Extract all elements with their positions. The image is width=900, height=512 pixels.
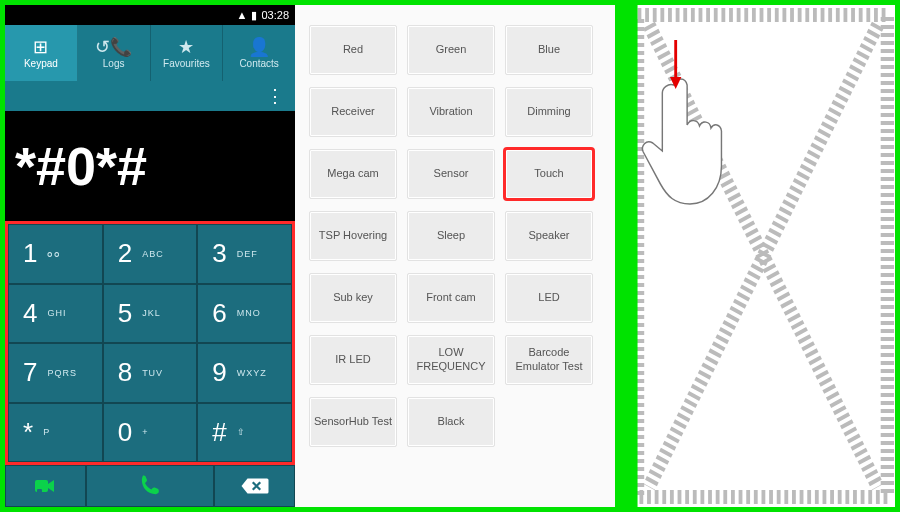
key-digit: 4: [23, 298, 37, 329]
key-subtext: WXYZ: [237, 368, 267, 378]
backspace-button[interactable]: [214, 465, 295, 507]
phone-icon: [136, 472, 164, 500]
key-digit: 8: [118, 357, 132, 388]
key-digit: 1: [23, 238, 37, 269]
test-sleep[interactable]: Sleep: [407, 211, 495, 261]
test-blue[interactable]: Blue: [505, 25, 593, 75]
key-8[interactable]: 8TUV: [103, 343, 198, 403]
key-9[interactable]: 9WXYZ: [197, 343, 292, 403]
test-mega-cam[interactable]: Mega cam: [309, 149, 397, 199]
menu-row: ⋮: [5, 81, 295, 111]
test-receiver[interactable]: Receiver: [309, 87, 397, 137]
test-row: RedGreenBlue: [309, 25, 601, 75]
tab-label: Favourites: [163, 58, 210, 69]
test-sub-key[interactable]: Sub key: [309, 273, 397, 323]
battery-icon: ▮: [251, 9, 257, 22]
hw-test-menu: RedGreenBlueReceiverVibrationDimmingMega…: [295, 5, 615, 507]
svg-rect-1: [37, 489, 42, 494]
touch-grid-svg: [628, 5, 895, 507]
key-digit: #: [212, 417, 226, 448]
key-digit: 3: [212, 238, 226, 269]
key-subtext: P: [43, 427, 50, 437]
key-digit: 6: [212, 298, 226, 329]
test-speaker[interactable]: Speaker: [505, 211, 593, 261]
test-touch[interactable]: Touch: [505, 149, 593, 199]
tab-logs[interactable]: ↺📞Logs: [78, 25, 151, 81]
test-dimming[interactable]: Dimming: [505, 87, 593, 137]
logs-icon: ↺📞: [95, 38, 132, 56]
key-subtext: JKL: [142, 308, 161, 318]
key-subtext: ABC: [142, 249, 164, 259]
key-0[interactable]: 0+: [103, 403, 198, 463]
key-6[interactable]: 6MNO: [197, 284, 292, 344]
test-row: Sub keyFront camLED: [309, 273, 601, 323]
contacts-icon: 👤: [248, 38, 270, 56]
key-*[interactable]: *P: [8, 403, 103, 463]
key-#[interactable]: #⇧: [197, 403, 292, 463]
status-bar: ▲ ▮ 03:28: [5, 5, 295, 25]
backspace-icon: [240, 476, 270, 496]
test-barcode-emulator-test[interactable]: Barcode Emulator Test: [505, 335, 593, 385]
key-digit: 9: [212, 357, 226, 388]
key-subtext: PQRS: [47, 368, 77, 378]
test-sensorhub-test[interactable]: SensorHub Test: [309, 397, 397, 447]
key-1[interactable]: 1ᴏᴏ: [8, 224, 103, 284]
key-5[interactable]: 5JKL: [103, 284, 198, 344]
signal-icon: ▲: [237, 9, 248, 21]
test-tsp-hovering[interactable]: TSP Hovering: [309, 211, 397, 261]
test-black[interactable]: Black: [407, 397, 495, 447]
svg-rect-6: [628, 5, 638, 507]
tutorial-triptych: ▲ ▮ 03:28 ⊞Keypad↺📞Logs★Favourites👤Conta…: [0, 0, 900, 512]
tab-label: Contacts: [239, 58, 278, 69]
key-digit: *: [23, 417, 33, 448]
test-sensor[interactable]: Sensor: [407, 149, 495, 199]
key-7[interactable]: 7PQRS: [8, 343, 103, 403]
tab-contacts[interactable]: 👤Contacts: [223, 25, 295, 81]
key-subtext: +: [142, 427, 148, 437]
tab-label: Logs: [103, 58, 125, 69]
clock: 03:28: [261, 9, 289, 21]
test-row: Mega camSensorTouch: [309, 149, 601, 199]
key-digit: 0: [118, 417, 132, 448]
test-vibration[interactable]: Vibration: [407, 87, 495, 137]
favourites-icon: ★: [178, 38, 194, 56]
test-led[interactable]: LED: [505, 273, 593, 323]
key-subtext: ᴏᴏ: [47, 249, 61, 259]
test-row: ReceiverVibrationDimming: [309, 87, 601, 137]
test-front-cam[interactable]: Front cam: [407, 273, 495, 323]
overflow-menu-icon[interactable]: ⋮: [266, 85, 285, 107]
call-button[interactable]: [86, 465, 215, 507]
keypad-grid: 1ᴏᴏ2ABC3DEF4GHI5JKL6MNO7PQRS8TUV9WXYZ*P0…: [5, 221, 295, 465]
dialed-code: *#0*#: [15, 135, 147, 197]
dial-display: *#0*#: [5, 111, 295, 221]
touch-test-illustration: [615, 5, 895, 507]
test-ir-led[interactable]: IR LED: [309, 335, 397, 385]
key-3[interactable]: 3DEF: [197, 224, 292, 284]
key-subtext: DEF: [237, 249, 258, 259]
key-digit: 5: [118, 298, 132, 329]
test-row: TSP HoveringSleepSpeaker: [309, 211, 601, 261]
touch-test-frame: [620, 5, 895, 507]
keypad-icon: ⊞: [33, 38, 48, 56]
tab-favourites[interactable]: ★Favourites: [151, 25, 224, 81]
key-subtext: GHI: [47, 308, 66, 318]
key-2[interactable]: 2ABC: [103, 224, 198, 284]
key-digit: 7: [23, 357, 37, 388]
test-row: SensorHub TestBlack: [309, 397, 601, 447]
test-green[interactable]: Green: [407, 25, 495, 75]
video-call-button[interactable]: [5, 465, 86, 507]
key-4[interactable]: 4GHI: [8, 284, 103, 344]
key-subtext: MNO: [237, 308, 261, 318]
test-row: IR LEDLOW FREQUENCYBarcode Emulator Test: [309, 335, 601, 385]
tab-label: Keypad: [24, 58, 58, 69]
key-subtext: TUV: [142, 368, 163, 378]
key-subtext: ⇧: [237, 427, 246, 437]
dialer-bottom-bar: [5, 465, 295, 507]
test-low-frequency[interactable]: LOW FREQUENCY: [407, 335, 495, 385]
phone-dialer-screenshot: ▲ ▮ 03:28 ⊞Keypad↺📞Logs★Favourites👤Conta…: [5, 5, 295, 507]
tab-keypad[interactable]: ⊞Keypad: [5, 25, 78, 81]
key-digit: 2: [118, 238, 132, 269]
test-red[interactable]: Red: [309, 25, 397, 75]
video-call-icon: [33, 474, 57, 498]
dialer-tabs: ⊞Keypad↺📞Logs★Favourites👤Contacts: [5, 25, 295, 81]
